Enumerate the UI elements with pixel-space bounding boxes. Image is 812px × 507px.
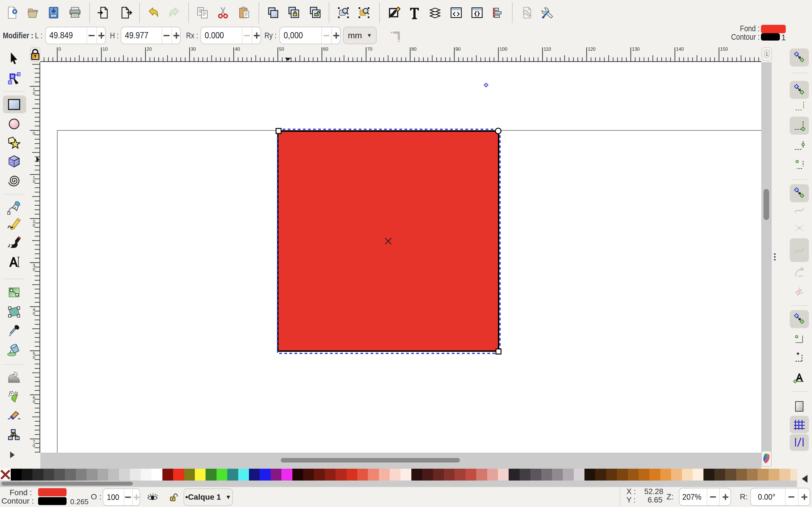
svg-text:90: 90 — [455, 47, 460, 52]
svg-text:100: 100 — [500, 47, 507, 52]
svg-text:80: 80 — [411, 47, 416, 52]
svg-text:120: 120 — [588, 47, 596, 52]
svg-text:0: 0 — [58, 47, 61, 52]
svg-text:20: 20 — [147, 47, 152, 52]
svg-text:140: 140 — [676, 47, 684, 52]
svg-text:10: 10 — [103, 47, 108, 52]
svg-text:60: 60 — [323, 47, 328, 52]
svg-text:110: 110 — [544, 47, 551, 52]
svg-text:150: 150 — [720, 47, 728, 52]
svg-text:50: 50 — [279, 47, 284, 52]
svg-text:40: 40 — [235, 47, 240, 52]
svg-text:30: 30 — [191, 47, 196, 52]
svg-text:130: 130 — [632, 47, 640, 52]
svg-text:70: 70 — [367, 47, 372, 52]
